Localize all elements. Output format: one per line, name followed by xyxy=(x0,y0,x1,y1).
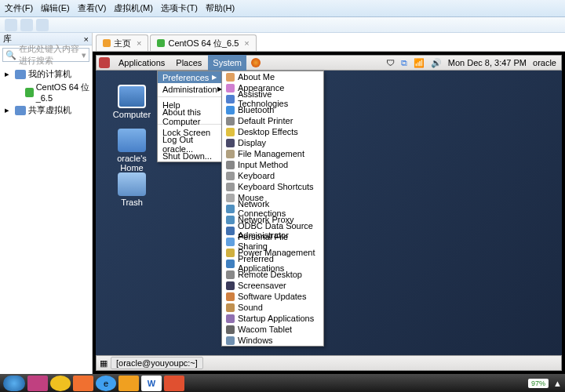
preferences-item[interactable]: About Me xyxy=(222,71,323,82)
clock[interactable]: Mon Dec 8, 3:47 PM xyxy=(448,58,527,67)
menu-item[interactable]: 选项卡(T) xyxy=(161,2,198,14)
preferences-item[interactable]: Assistive Technologies xyxy=(222,93,323,104)
preferences-item[interactable]: Preferred Applications xyxy=(222,258,323,269)
tray-icon[interactable]: ▲ xyxy=(553,379,562,388)
close-icon[interactable]: × xyxy=(244,38,249,48)
menu-item[interactable]: 查看(V) xyxy=(78,2,107,14)
menu-item[interactable]: 编辑(E) xyxy=(41,2,70,14)
taskbar-app[interactable] xyxy=(73,376,93,391)
bluetooth-icon[interactable]: ⧉ xyxy=(401,58,407,68)
update-icon[interactable]: 🛡 xyxy=(386,58,395,67)
gnome-menu-applications[interactable]: Applications xyxy=(114,55,170,71)
system-menu-item[interactable]: Shut Down... xyxy=(158,150,221,162)
preferences-item[interactable]: Software Updates xyxy=(222,291,323,302)
start-button[interactable] xyxy=(3,376,25,391)
vm-tree: ▸我的计算机CentOS 64 位_6.5▸共享虚拟机 xyxy=(0,64,92,120)
desktop-icon-oracle-s-home[interactable]: oracle's Home xyxy=(108,129,155,172)
user-menu[interactable]: oracle xyxy=(533,58,556,67)
preferences-item[interactable]: Network Connections xyxy=(222,203,323,214)
taskbar-app[interactable] xyxy=(27,376,48,391)
taskbar-app[interactable] xyxy=(118,376,139,391)
library-sidebar: 库 × 🔍在此处键入内容进行搜索▾ ▸我的计算机CentOS 64 位_6.5▸… xyxy=(0,33,93,374)
desktop-icon-computer[interactable]: Computer xyxy=(108,85,155,119)
desktop-icon-trash[interactable]: Trash xyxy=(108,172,155,207)
menu-item[interactable]: 文件(F) xyxy=(5,2,33,14)
gnome-bottom-panel: ▦ [oracle@youyoupc:~] xyxy=(96,355,562,371)
vm-panel: 主页×CentOS 64 位_6.5× ApplicationsPlacesSy… xyxy=(93,33,565,374)
tab-strip: 主页×CentOS 64 位_6.5× xyxy=(93,33,565,52)
system-menu-item[interactable]: Preferences▶ xyxy=(158,71,221,83)
volume-icon[interactable]: 🔊 xyxy=(431,58,442,68)
taskbar-window[interactable]: [oracle@youyoupc:~] xyxy=(111,357,203,369)
close-icon[interactable]: × xyxy=(137,38,141,48)
preferences-item[interactable]: File Management xyxy=(222,148,323,159)
toolbar-button[interactable] xyxy=(20,19,33,31)
preferences-item[interactable]: Keyboard Shortcuts xyxy=(222,181,323,192)
battery-indicator[interactable]: 97% xyxy=(528,379,549,388)
taskbar-app[interactable]: W xyxy=(141,376,162,391)
gnome-desktop-area[interactable]: Preferences▶Administration▶HelpAbout thi… xyxy=(96,71,562,355)
show-desktop-icon[interactable]: ▦ xyxy=(100,358,108,368)
system-tray: 97% ▲ xyxy=(528,379,562,388)
system-menu-item[interactable]: About this Computer xyxy=(158,111,221,122)
preferences-item[interactable]: Personal File Sharing xyxy=(222,236,323,247)
gnome-menu-system[interactable]: System xyxy=(208,55,246,71)
toolbar-button[interactable] xyxy=(5,19,17,31)
tree-item[interactable]: ▸我的计算机 xyxy=(2,67,90,81)
preferences-item[interactable]: Screensaver xyxy=(222,280,323,291)
network-icon[interactable]: 📶 xyxy=(414,58,425,68)
preferences-item[interactable]: Desktop Effects xyxy=(222,126,323,137)
firefox-icon[interactable] xyxy=(251,58,261,67)
taskbar-app[interactable] xyxy=(164,376,184,391)
preferences-item[interactable]: Windows xyxy=(222,335,323,346)
host-toolbar xyxy=(0,17,565,33)
search-input[interactable]: 🔍在此处键入内容进行搜索▾ xyxy=(2,48,89,62)
preferences-item[interactable]: Display xyxy=(222,137,323,148)
preferences-item[interactable]: Default Printer xyxy=(222,115,323,126)
preferences-item[interactable]: Keyboard xyxy=(222,170,323,181)
sidebar-title: 库 xyxy=(3,33,12,45)
preferences-submenu: About MeAppearanceAssistive Technologies… xyxy=(221,71,324,347)
gnome-top-panel: ApplicationsPlacesSystem 🛡 ⧉ 📶 🔊 Mon Dec… xyxy=(96,55,562,71)
close-icon[interactable]: × xyxy=(84,34,89,44)
system-menu: Preferences▶Administration▶HelpAbout thi… xyxy=(157,71,222,162)
tab[interactable]: CentOS 64 位_6.5× xyxy=(150,34,256,51)
toolbar-button[interactable] xyxy=(36,19,49,31)
preferences-item[interactable]: Sound xyxy=(222,302,323,313)
preferences-item[interactable]: Wacom Tablet xyxy=(222,324,323,335)
tab[interactable]: 主页× xyxy=(96,34,148,51)
guest-desktop: ApplicationsPlacesSystem 🛡 ⧉ 📶 🔊 Mon Dec… xyxy=(93,52,565,374)
tree-item[interactable]: ▸共享虚拟机 xyxy=(2,103,90,117)
centos-icon[interactable] xyxy=(99,57,110,68)
taskbar-app[interactable] xyxy=(50,376,71,391)
system-menu-item[interactable]: Administration▶ xyxy=(158,83,221,95)
menu-item[interactable]: 帮助(H) xyxy=(206,2,235,14)
gnome-menu-places[interactable]: Places xyxy=(171,55,206,71)
menu-item[interactable]: 虚拟机(M) xyxy=(114,2,153,14)
system-menu-item[interactable]: Log Out oracle... xyxy=(158,138,221,150)
taskbar-app[interactable]: e xyxy=(96,376,116,391)
tree-item[interactable]: CentOS 64 位_6.5 xyxy=(2,81,90,103)
preferences-item[interactable]: Startup Applications xyxy=(222,313,323,324)
host-menubar: 文件(F)编辑(E)查看(V)虚拟机(M)选项卡(T)帮助(H) xyxy=(0,0,565,17)
preferences-item[interactable]: Input Method xyxy=(222,159,323,170)
windows-taskbar: e W 97% ▲ xyxy=(0,374,565,392)
